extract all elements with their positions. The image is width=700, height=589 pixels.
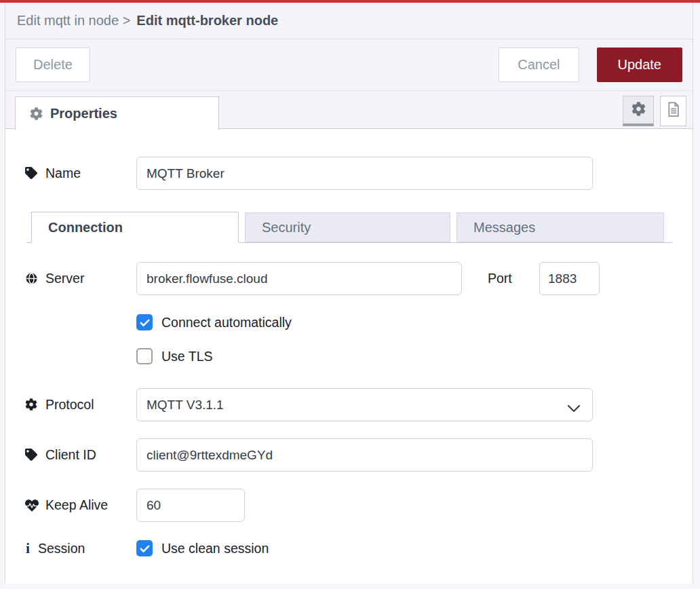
dialog-button-bar: Delete Cancel Update: [5, 39, 693, 91]
name-input[interactable]: [136, 157, 593, 190]
editor-tab-bar: Properties: [5, 91, 693, 129]
server-label: Server: [25, 262, 84, 295]
tab-action-buttons: [623, 96, 686, 126]
globe-icon: [25, 272, 38, 285]
breadcrumb: Edit mqtt in node > Edit mqtt-broker nod…: [5, 3, 693, 39]
gear-icon: [631, 102, 646, 119]
keep-alive-label: Keep Alive: [25, 489, 108, 522]
port-label: Port: [488, 262, 512, 295]
clean-session-label: Use clean session: [161, 541, 269, 556]
protocol-select[interactable]: MQTT V3.1.1: [136, 388, 593, 421]
info-icon: i: [25, 541, 31, 556]
tab-connection[interactable]: Connection: [31, 212, 239, 243]
session-label: i Session: [25, 532, 85, 565]
edit-node-dialog: Edit mqtt in node > Edit mqtt-broker nod…: [5, 3, 693, 584]
tag-icon: [25, 167, 38, 180]
node-edit-form: Name Connection Security Messages Server…: [5, 129, 693, 584]
cancel-button[interactable]: Cancel: [499, 48, 579, 82]
use-tls-checkbox[interactable]: [136, 348, 153, 364]
connect-automatically-checkbox[interactable]: [136, 314, 153, 330]
tab-security[interactable]: Security: [245, 212, 450, 242]
gear-icon: [25, 398, 38, 411]
editor-top-red-bar: [0, 0, 700, 3]
gear-icon: [30, 107, 43, 120]
heartbeat-icon: [25, 499, 38, 512]
name-label: Name: [25, 157, 81, 190]
tab-properties-label: Properties: [50, 106, 117, 121]
clean-session-row: Use clean session: [136, 539, 269, 557]
tag-icon: [25, 449, 38, 461]
client-id-input[interactable]: [136, 438, 593, 472]
node-description-button[interactable]: [660, 96, 686, 126]
use-tls-label: Use TLS: [161, 349, 213, 364]
use-tls-row: Use TLS: [136, 347, 213, 365]
clean-session-checkbox[interactable]: [136, 540, 153, 556]
connect-automatically-row: Connect automatically: [136, 314, 292, 331]
update-button[interactable]: Update: [597, 48, 683, 82]
connect-automatically-label: Connect automatically: [161, 315, 292, 330]
server-input[interactable]: [136, 262, 462, 295]
port-input[interactable]: [539, 262, 600, 295]
breadcrumb-parent[interactable]: Edit mqtt in node >: [17, 13, 130, 28]
keep-alive-input[interactable]: [136, 489, 245, 522]
protocol-label: Protocol: [25, 388, 94, 421]
document-icon: [664, 100, 682, 121]
page-title: Edit mqtt-broker node: [136, 13, 278, 28]
tab-messages[interactable]: Messages: [456, 212, 664, 242]
client-id-label: Client ID: [25, 438, 96, 472]
node-properties-button[interactable]: [623, 96, 654, 126]
tab-properties[interactable]: Properties: [15, 96, 219, 130]
chevron-down-icon: [567, 401, 581, 416]
broker-subtabs: Connection Security Messages: [26, 212, 672, 243]
delete-button[interactable]: Delete: [16, 48, 90, 82]
